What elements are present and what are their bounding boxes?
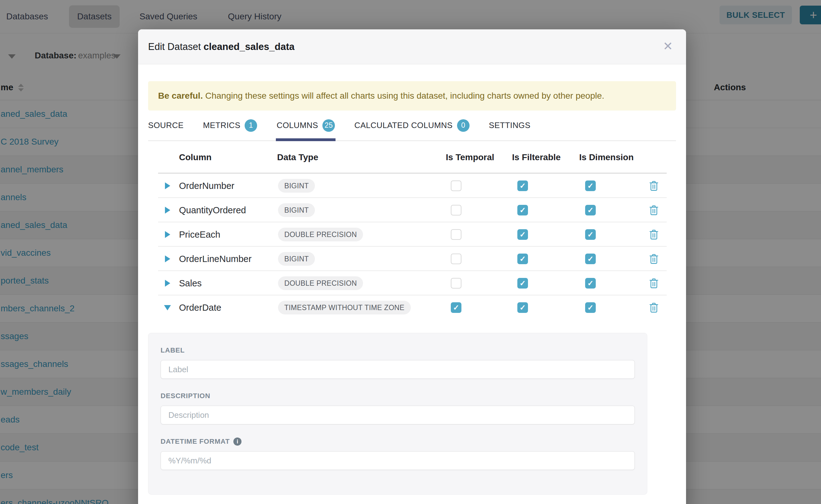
temporal-checkbox[interactable]	[451, 254, 462, 264]
column-name: QuantityOrdered	[179, 205, 246, 215]
datetime-format-label-text: DATETIME FORMAT	[161, 437, 230, 446]
delete-column-button[interactable]	[648, 204, 660, 216]
modal-tabs: SOURCEMETRICS1COLUMNS25CALCULATED COLUMN…	[148, 111, 676, 141]
column-name: PriceEach	[179, 230, 220, 240]
delete-column-button[interactable]	[648, 302, 660, 314]
tab-label: SOURCE	[148, 121, 184, 130]
is-dimension-header: Is Dimension	[579, 152, 634, 162]
caret-triangle	[165, 255, 170, 262]
label-field-label: LABEL	[161, 346, 635, 354]
description-field-label: DESCRIPTION	[161, 392, 635, 400]
caret-triangle	[165, 280, 170, 287]
modal-dataset-name: cleaned_sales_data	[203, 41, 294, 52]
expand-caret-icon[interactable]	[164, 255, 171, 263]
tab-source[interactable]: SOURCE	[148, 111, 184, 140]
edit-dataset-modal: Edit Dataset cleaned_sales_data ✕ Be car…	[138, 29, 686, 504]
column-header: Column	[179, 152, 211, 162]
temporal-checkbox[interactable]	[451, 278, 462, 289]
tab-count-badge: 1	[245, 119, 257, 132]
collapse-caret-icon[interactable]	[164, 304, 171, 311]
dimension-checkbox[interactable]: ✓	[585, 278, 596, 289]
dimension-checkbox[interactable]: ✓	[585, 180, 596, 191]
column-name: Sales	[179, 278, 202, 289]
data-type-pill: DOUBLE PRECISION	[278, 228, 363, 241]
columns-table-header: Column Data Type Is Temporal Is Filterab…	[148, 141, 676, 174]
modal-header: Edit Dataset cleaned_sales_data	[138, 29, 686, 64]
data-type-pill: DOUBLE PRECISION	[278, 276, 363, 290]
filterable-checkbox[interactable]: ✓	[517, 302, 528, 313]
columns-rows: OrderNumberBIGINT✓✓QuantityOrderedBIGINT…	[148, 174, 676, 320]
tab-label: METRICS	[203, 121, 240, 130]
column-name: OrderNumber	[179, 181, 234, 191]
datetime-format-input[interactable]	[161, 451, 635, 470]
caret-triangle	[165, 207, 170, 214]
column-row-sales: SalesDOUBLE PRECISION✓✓	[148, 271, 676, 295]
trash-icon	[648, 204, 660, 216]
tab-columns[interactable]: COLUMNS25	[276, 111, 335, 140]
column-row-orderlinenumber: OrderLineNumberBIGINT✓✓	[148, 247, 676, 271]
dimension-checkbox[interactable]: ✓	[585, 229, 596, 240]
dimension-checkbox[interactable]: ✓	[585, 205, 596, 215]
tab-label: SETTINGS	[489, 121, 531, 130]
modal-title: Edit Dataset cleaned_sales_data	[148, 41, 294, 52]
expand-caret-icon[interactable]	[164, 231, 171, 238]
delete-column-button[interactable]	[648, 229, 660, 240]
column-row-quantityordered: QuantityOrderedBIGINT✓✓	[148, 198, 676, 222]
filterable-checkbox[interactable]: ✓	[517, 205, 528, 215]
datetime-format-field-label: DATETIME FORMATi	[161, 437, 635, 446]
close-icon[interactable]: ✕	[659, 37, 677, 56]
columns-table: Column Data Type Is Temporal Is Filterab…	[148, 141, 676, 320]
tab-label: COLUMNS	[276, 121, 318, 130]
temporal-checkbox[interactable]	[451, 180, 462, 191]
column-detail-panel: LABEL DESCRIPTION DATETIME FORMATi	[148, 333, 647, 495]
label-input[interactable]	[161, 360, 635, 379]
data-type-pill: BIGINT	[278, 203, 315, 217]
warning-banner: Be careful. Changing these settings will…	[148, 81, 676, 111]
data-type-pill: TIMESTAMP WITHOUT TIME ZONE	[278, 301, 411, 314]
trash-icon	[648, 253, 660, 265]
column-row-orderdate: OrderDateTIMESTAMP WITHOUT TIME ZONE✓✓✓	[148, 295, 676, 320]
filterable-checkbox[interactable]: ✓	[517, 229, 528, 240]
expand-caret-icon[interactable]	[164, 279, 171, 287]
column-name: OrderLineNumber	[179, 254, 251, 264]
trash-icon	[648, 302, 660, 314]
trash-icon	[648, 229, 660, 240]
filterable-checkbox[interactable]: ✓	[517, 278, 528, 289]
temporal-checkbox[interactable]	[451, 205, 462, 215]
delete-column-button[interactable]	[648, 180, 660, 192]
delete-column-button[interactable]	[648, 277, 660, 289]
filterable-checkbox[interactable]: ✓	[517, 254, 528, 264]
trash-icon	[648, 180, 660, 192]
column-row-ordernumber: OrderNumberBIGINT✓✓	[148, 174, 676, 198]
caret-triangle	[164, 305, 171, 310]
caret-triangle	[165, 231, 170, 238]
expand-caret-icon[interactable]	[164, 182, 171, 190]
description-input[interactable]	[161, 406, 635, 424]
column-name: OrderDate	[179, 303, 221, 313]
modal-title-prefix: Edit Dataset	[148, 41, 203, 52]
tab-label: CALCULATED COLUMNS	[354, 121, 453, 130]
delete-column-button[interactable]	[648, 253, 660, 265]
is-temporal-header: Is Temporal	[446, 152, 494, 162]
warning-text: Changing these settings will affect all …	[203, 91, 604, 101]
caret-triangle	[165, 182, 170, 189]
column-row-priceeach: PriceEachDOUBLE PRECISION✓✓	[148, 222, 676, 247]
temporal-checkbox[interactable]: ✓	[451, 302, 462, 313]
tab-settings[interactable]: SETTINGS	[489, 111, 531, 140]
info-icon[interactable]: i	[233, 437, 241, 446]
is-filterable-header: Is Filterable	[512, 152, 561, 162]
trash-icon	[648, 277, 660, 289]
dimension-checkbox[interactable]: ✓	[585, 254, 596, 264]
warning-bold-text: Be careful.	[158, 91, 203, 101]
tab-count-badge: 25	[322, 119, 335, 132]
tab-count-badge: 0	[457, 119, 470, 132]
temporal-checkbox[interactable]	[451, 229, 462, 240]
dimension-checkbox[interactable]: ✓	[585, 302, 596, 313]
filterable-checkbox[interactable]: ✓	[517, 180, 528, 191]
data-type-pill: BIGINT	[278, 252, 315, 266]
expand-caret-icon[interactable]	[164, 206, 171, 214]
data-type-header: Data Type	[277, 152, 318, 162]
data-type-pill: BIGINT	[278, 179, 315, 193]
tab-metrics[interactable]: METRICS1	[203, 111, 257, 140]
tab-calculated-columns[interactable]: CALCULATED COLUMNS0	[354, 111, 469, 140]
